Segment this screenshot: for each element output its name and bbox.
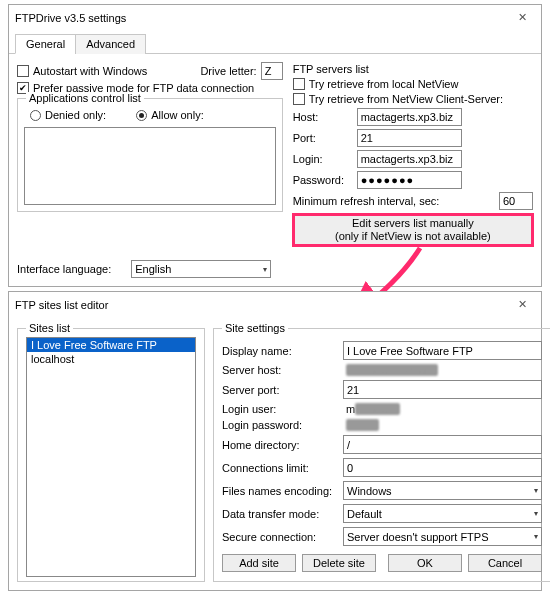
sites-listbox[interactable]: I Love Free Software FTP localhost bbox=[26, 337, 196, 577]
language-label: Interface language: bbox=[17, 263, 111, 275]
tabs: General Advanced bbox=[9, 33, 541, 54]
tab-general[interactable]: General bbox=[15, 34, 76, 54]
refresh-label: Minimum refresh interval, sec: bbox=[293, 195, 495, 207]
apps-control-group: Applications control list Denied only: A… bbox=[17, 98, 283, 212]
port-label: Port: bbox=[293, 132, 353, 144]
password-label: Password: bbox=[293, 174, 353, 186]
chevron-down-icon: ▾ bbox=[534, 532, 538, 541]
settings-window: FTPDrive v3.5 settings ✕ General Advance… bbox=[8, 4, 542, 287]
edit-servers-line1: Edit servers list manually bbox=[298, 217, 528, 230]
language-combo[interactable]: English ▾ bbox=[131, 260, 271, 278]
chevron-down-icon: ▾ bbox=[534, 486, 538, 495]
list-item[interactable]: localhost bbox=[27, 352, 195, 366]
transfer-combo[interactable]: Default▾ bbox=[343, 504, 542, 523]
refresh-input[interactable] bbox=[499, 192, 533, 210]
sites-list-legend: Sites list bbox=[26, 322, 73, 334]
host-label: Host: bbox=[293, 111, 353, 123]
list-item[interactable]: I Love Free Software FTP bbox=[27, 338, 195, 352]
host-input[interactable] bbox=[357, 108, 462, 126]
try-local-label: Try retrieve from local NetView bbox=[309, 78, 459, 90]
login-input[interactable] bbox=[357, 150, 462, 168]
try-cs-checkbox[interactable] bbox=[293, 93, 305, 105]
try-local-checkbox[interactable] bbox=[293, 78, 305, 90]
server-host-label: Server host: bbox=[222, 364, 337, 376]
login-label: Login: bbox=[293, 153, 353, 165]
tab-advanced[interactable]: Advanced bbox=[75, 34, 146, 54]
chevron-down-icon: ▾ bbox=[263, 265, 267, 274]
login-user-input[interactable]: mactagerts bbox=[343, 403, 542, 415]
language-value: English bbox=[135, 263, 171, 275]
close-icon[interactable]: ✕ bbox=[509, 9, 535, 27]
add-site-button[interactable]: Add site bbox=[222, 554, 296, 572]
denied-radio[interactable] bbox=[30, 110, 41, 121]
home-dir-input[interactable] bbox=[343, 435, 542, 454]
allow-label: Allow only: bbox=[151, 109, 204, 121]
secure-combo[interactable]: Server doesn't support FTPS▾ bbox=[343, 527, 542, 546]
chevron-down-icon: ▾ bbox=[534, 509, 538, 518]
denied-label: Denied only: bbox=[45, 109, 106, 121]
login-user-label: Login user: bbox=[222, 403, 337, 415]
conn-limit-label: Connections limit: bbox=[222, 462, 337, 474]
cancel-button[interactable]: Cancel bbox=[468, 554, 542, 572]
login-password-input[interactable]: ●●●●● bbox=[343, 419, 542, 431]
edit-servers-line2: (only if NetView is not available) bbox=[298, 230, 528, 243]
home-dir-label: Home directory: bbox=[222, 439, 337, 451]
close-icon[interactable]: ✕ bbox=[509, 296, 535, 314]
autostart-checkbox[interactable] bbox=[17, 65, 29, 77]
edit-servers-button[interactable]: Edit servers list manually (only if NetV… bbox=[293, 214, 533, 246]
site-settings-group: Site settings Display name: Server host:… bbox=[213, 328, 550, 582]
enc-combo[interactable]: Windows▾ bbox=[343, 481, 542, 500]
settings-titlebar: FTPDrive v3.5 settings ✕ bbox=[9, 5, 541, 31]
secure-value: Server doesn't support FTPS bbox=[347, 531, 489, 543]
display-name-label: Display name: bbox=[222, 345, 337, 357]
ftp-legend: FTP servers list bbox=[293, 63, 369, 75]
display-name-input[interactable] bbox=[343, 341, 542, 360]
site-settings-legend: Site settings bbox=[222, 322, 288, 334]
secure-label: Secure connection: bbox=[222, 531, 337, 543]
server-port-label: Server port: bbox=[222, 384, 337, 396]
allow-radio[interactable] bbox=[136, 110, 147, 121]
try-cs-label: Try retrieve from NetView Client-Server: bbox=[309, 93, 503, 105]
editor-title: FTP sites list editor bbox=[15, 299, 108, 311]
password-input[interactable] bbox=[357, 171, 462, 189]
sites-list-group: Sites list I Love Free Software FTP loca… bbox=[17, 328, 205, 582]
login-password-label: Login password: bbox=[222, 419, 337, 431]
drive-letter-input[interactable] bbox=[261, 62, 283, 80]
editor-titlebar: FTP sites list editor ✕ bbox=[9, 292, 541, 318]
editor-window: FTP sites list editor ✕ Sites list I Lov… bbox=[8, 291, 542, 591]
settings-title: FTPDrive v3.5 settings bbox=[15, 12, 126, 24]
transfer-value: Default bbox=[347, 508, 382, 520]
port-input[interactable] bbox=[357, 129, 462, 147]
ok-button[interactable]: OK bbox=[388, 554, 462, 572]
server-host-input[interactable]: mactagerts.xp3.biz bbox=[343, 364, 542, 376]
server-port-input[interactable] bbox=[343, 380, 542, 399]
enc-value: Windows bbox=[347, 485, 392, 497]
transfer-label: Data transfer mode: bbox=[222, 508, 337, 520]
delete-site-button[interactable]: Delete site bbox=[302, 554, 376, 572]
autostart-label: Autostart with Windows bbox=[33, 65, 147, 77]
apps-control-legend: Applications control list bbox=[26, 92, 144, 104]
enc-label: Files names encoding: bbox=[222, 485, 337, 497]
apps-control-textarea[interactable] bbox=[24, 127, 276, 205]
conn-limit-input[interactable] bbox=[343, 458, 542, 477]
drive-letter-label: Drive letter: bbox=[200, 65, 256, 77]
